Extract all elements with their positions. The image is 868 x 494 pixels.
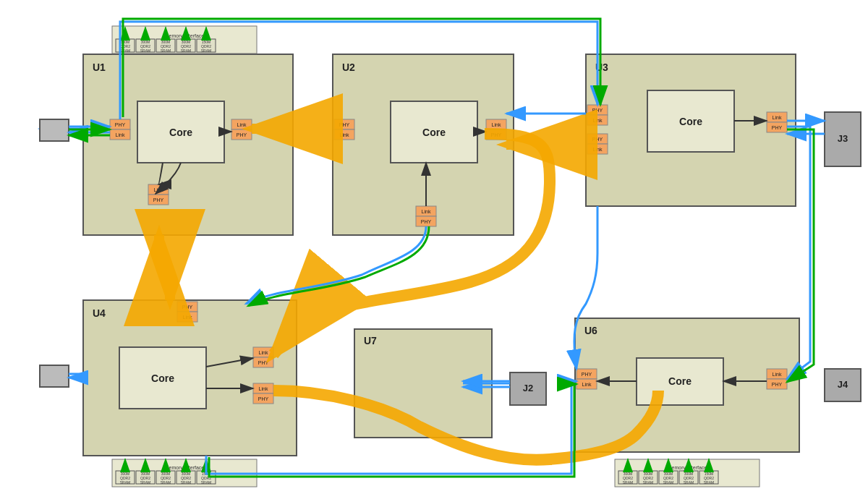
svg-text:PHY: PHY <box>772 382 783 387</box>
svg-text:SRAM: SRAM <box>201 480 211 485</box>
svg-text:Link: Link <box>340 132 349 137</box>
label-u1: U1 <box>93 61 106 73</box>
core-u3-label: Core <box>679 116 702 127</box>
svg-text:Link: Link <box>593 147 603 152</box>
svg-text:SRAM: SRAM <box>623 480 633 485</box>
svg-text:SRAM: SRAM <box>704 480 714 485</box>
svg-text:Link: Link <box>582 382 592 387</box>
core-u1-label: Core <box>169 127 192 138</box>
mem-label-u4: Memory Interface <box>165 465 205 471</box>
svg-text:PHY: PHY <box>592 137 603 142</box>
svg-text:Link: Link <box>259 350 268 355</box>
svg-text:Link: Link <box>237 122 247 127</box>
svg-text:PHY: PHY <box>592 108 603 113</box>
svg-text:SRAM: SRAM <box>663 480 673 485</box>
svg-text:Link: Link <box>259 386 268 391</box>
svg-text:Link: Link <box>492 122 501 127</box>
diagram-container: U1 U2 U3 U4 U6 U7 Core Core Core Core Co… <box>0 0 868 494</box>
svg-text:Link: Link <box>773 115 782 120</box>
svg-text:SRAM: SRAM <box>140 480 150 485</box>
svg-text:Link: Link <box>422 209 431 214</box>
svg-text:SRAM: SRAM <box>181 480 191 485</box>
ext-connector-u1-left <box>40 119 69 141</box>
svg-text:SRAM: SRAM <box>120 48 130 53</box>
core-u6-label: Core <box>668 375 692 387</box>
svg-text:Link: Link <box>183 315 192 320</box>
svg-text:SRAM: SRAM <box>684 480 694 485</box>
svg-text:SRAM: SRAM <box>643 480 653 485</box>
svg-text:PHY: PHY <box>421 219 432 224</box>
svg-text:PHY: PHY <box>115 122 126 127</box>
svg-text:Link: Link <box>116 132 125 137</box>
ext-connector-u4-left <box>40 365 69 387</box>
svg-text:PHY: PHY <box>772 125 783 130</box>
core-u4-label: Core <box>151 372 174 384</box>
label-u2: U2 <box>342 61 355 73</box>
label-u6: U6 <box>584 325 597 336</box>
svg-text:SRAM: SRAM <box>120 480 130 485</box>
mem-label-u6: Memory Interface <box>668 465 707 471</box>
svg-text:SRAM: SRAM <box>201 48 211 53</box>
svg-text:SRAM: SRAM <box>161 480 171 485</box>
svg-text:SRAM: SRAM <box>140 48 150 53</box>
label-u7: U7 <box>364 335 377 346</box>
label-j4: J4 <box>838 379 848 390</box>
connection-diagram: U1 U2 U3 U4 U6 U7 Core Core Core Core Co… <box>0 0 868 494</box>
svg-text:PHY: PHY <box>182 305 193 310</box>
svg-text:PHY: PHY <box>258 396 269 401</box>
svg-text:SRAM: SRAM <box>161 48 171 53</box>
label-u4: U4 <box>93 307 106 319</box>
svg-text:PHY: PHY <box>153 197 164 203</box>
svg-text:PHY: PHY <box>237 132 247 137</box>
svg-text:PHY: PHY <box>582 372 592 377</box>
label-j3: J3 <box>838 133 848 144</box>
label-j2: J2 <box>523 383 533 393</box>
svg-text:PHY: PHY <box>258 360 269 365</box>
svg-text:Link: Link <box>773 372 782 377</box>
svg-text:Link: Link <box>593 118 603 123</box>
svg-text:PHY: PHY <box>339 122 350 127</box>
svg-text:SRAM: SRAM <box>181 48 191 53</box>
mem-label-u1: Memory Interface <box>165 33 205 39</box>
core-u2-label: Core <box>422 127 446 138</box>
